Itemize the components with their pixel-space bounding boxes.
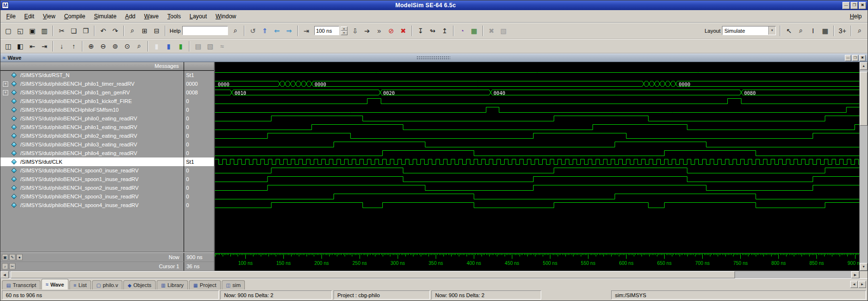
delete-icon[interactable]: ✖ <box>486 25 497 37</box>
signal-row[interactable]: /SIMSYS/dut/philoBENCH_spoon0_inuse_read… <box>0 166 214 175</box>
tab-project[interactable]: ▦Project <box>189 280 221 289</box>
find-icon[interactable]: ⌕ <box>127 25 138 37</box>
three-plus-icon[interactable]: 3+ <box>837 25 848 37</box>
zoom-cursor-icon[interactable]: ⊙ <box>121 40 133 52</box>
help-search-input[interactable] <box>182 26 228 35</box>
environment-forward-icon[interactable]: ⇒ <box>283 25 295 37</box>
select-mode-icon[interactable]: ↖ <box>783 25 795 37</box>
signal-row[interactable]: /SIMSYS/dut/philoBENCH_philo3_eating_rea… <box>0 140 214 149</box>
drag-handle-icon[interactable] <box>416 56 450 60</box>
zoom-help-icon[interactable]: ⌕ <box>854 25 866 37</box>
wave-compare-icon[interactable]: ≈ <box>216 40 228 52</box>
wave-minimize-button[interactable]: — <box>845 55 851 61</box>
step-over-icon[interactable]: ↬ <box>427 25 439 37</box>
tab-scroll-right-icon[interactable]: ▶ <box>858 281 866 288</box>
save-icon[interactable]: ▣ <box>27 25 38 37</box>
environment-up-icon[interactable]: ⇑ <box>259 25 271 37</box>
menu-file[interactable]: File <box>2 11 20 22</box>
menu-help[interactable]: Help <box>845 11 866 22</box>
wave-sort-icon[interactable]: ▤ <box>192 40 204 52</box>
close-button[interactable]: ✖ <box>859 2 866 9</box>
vertical-scroll-thumb[interactable] <box>860 72 868 126</box>
menu-simulate[interactable]: Simulate <box>90 11 121 22</box>
wave-display-white-icon[interactable]: ▮ <box>151 40 162 52</box>
scroll-left-icon[interactable]: ◀ <box>0 271 9 278</box>
menu-layout[interactable]: Layout <box>185 11 211 22</box>
wave-panel-titlebar[interactable]: ≈ Wave — ❐ ✖ <box>0 53 868 62</box>
zoom-in-icon[interactable]: ⊕ <box>85 40 97 52</box>
waveform-canvas[interactable] <box>215 62 859 252</box>
menu-add[interactable]: Add <box>121 11 140 22</box>
signal-row[interactable]: /SIMSYS/dut/philoBENCH_philo2_eating_rea… <box>0 131 214 140</box>
signal-row[interactable]: /SIMSYS/dut/philoBENCH_spoon3_inuse_read… <box>0 192 214 201</box>
previous-transition-icon[interactable]: ⇤ <box>27 40 38 52</box>
waveform-display[interactable] <box>215 62 859 252</box>
environment-back-icon[interactable]: ⇐ <box>271 25 283 37</box>
run-icon[interactable]: ⇩ <box>349 25 361 37</box>
expand-icon[interactable]: + <box>3 90 8 95</box>
menu-wave[interactable]: Wave <box>140 11 163 22</box>
layout-combobox[interactable]: Simulate▼ <box>722 26 776 35</box>
signal-row[interactable]: /SIMSYS/dut/philoBENCH_spoon4_inuse_read… <box>0 201 214 209</box>
tab-philo-v[interactable]: ▢philo.v <box>92 280 122 289</box>
profile-icon[interactable]: ◔ <box>456 25 468 37</box>
scroll-down-icon[interactable]: ▼ <box>860 263 868 271</box>
next-transition-icon[interactable]: ⇥ <box>39 40 50 52</box>
wave-display-blue-icon[interactable]: ▮ <box>163 40 174 52</box>
time-spin-up-icon[interactable]: ▲ <box>341 26 347 31</box>
step-into-icon[interactable]: ↧ <box>415 25 427 37</box>
run-all-icon[interactable]: » <box>374 25 385 37</box>
signal-row[interactable]: /SIMSYS/dut/philoBENCHphiloFSMfsm100 <box>0 105 214 114</box>
maximize-button[interactable]: ❐ <box>851 2 858 9</box>
memory-profile-icon[interactable]: ▦ <box>468 25 480 37</box>
wave-restore-button[interactable]: ❐ <box>852 55 858 61</box>
tab-objects[interactable]: ◆Objects <box>123 280 156 289</box>
zoom-here-icon[interactable]: ⌕ <box>2 263 8 269</box>
signal-row[interactable]: /SIMSYS/dut/philoBENCH_spoon2_inuse_read… <box>0 183 214 192</box>
title-bar[interactable]: M ModelSim SE-64 6.5c — ❐ ✖ <box>0 0 868 10</box>
timeline-canvas[interactable] <box>215 253 859 271</box>
scroll-up-icon[interactable]: ▲ <box>860 62 868 70</box>
signal-row[interactable]: /SIMSYS/dut/RST_NSt1 <box>0 71 214 79</box>
tab-library[interactable]: ▥Library <box>157 280 188 289</box>
new-file-icon[interactable]: ▢ <box>2 25 14 37</box>
cursor-add-icon[interactable]: ● <box>16 254 23 260</box>
print-icon[interactable]: ▥ <box>39 25 50 37</box>
vertical-scrollbar[interactable]: ▲ ▼ <box>859 62 868 271</box>
horizontal-scroll-thumb[interactable] <box>11 271 735 278</box>
menu-tools[interactable]: Tools <box>163 11 185 22</box>
signal-row[interactable]: /SIMSYS/dut/philoBENCH_spoon1_inuse_read… <box>0 175 214 183</box>
signal-row[interactable]: /SIMSYS/dut/philoBENCH_philo1_eating_rea… <box>0 123 214 131</box>
next-rising-edge-icon[interactable]: ↑ <box>68 40 80 52</box>
vertical-scroll-track[interactable] <box>860 70 868 263</box>
horizontal-scrollbar[interactable]: ◀ ▶ <box>0 271 868 278</box>
minimize-button[interactable]: — <box>842 2 850 9</box>
expand-all-icon[interactable]: ⊞ <box>139 25 150 37</box>
open-file-icon[interactable]: ◱ <box>14 25 26 37</box>
menu-window[interactable]: Window <box>211 11 240 22</box>
tab-list[interactable]: ≡List <box>69 280 91 289</box>
continue-run-icon[interactable]: ➔ <box>361 25 373 37</box>
cursor-row[interactable]: ⌕✂ Cursor 1 36 ns <box>0 262 214 271</box>
step-out-icon[interactable]: ↥ <box>439 25 451 37</box>
zoom-range-icon[interactable]: ⌕ <box>134 40 145 52</box>
signal-row[interactable]: /SIMSYS/dut/philoBENCH_philo0_eating_rea… <box>0 114 214 123</box>
signal-row[interactable]: /SIMSYS/dut/philoBENCH_philo1_kickoff_FI… <box>0 97 214 105</box>
edit-mode-icon[interactable]: I <box>807 25 819 37</box>
paste-icon[interactable]: ❐ <box>80 25 92 37</box>
messages-header[interactable]: Messages <box>0 62 214 71</box>
signal-row[interactable]: +/SIMSYS/dut/philoBENCH_philo1_timer_rea… <box>0 79 214 88</box>
wave-display-green-icon[interactable]: ▮ <box>175 40 187 52</box>
expand-icon[interactable]: + <box>3 81 8 87</box>
wave-close-button[interactable]: ✖ <box>859 55 866 61</box>
scroll-right-icon[interactable]: ▶ <box>851 271 859 278</box>
signal-row[interactable]: /SIMSYS/dut/CLKSt1 <box>0 157 214 166</box>
redo-icon[interactable]: ↷ <box>109 25 121 37</box>
previous-falling-edge-icon[interactable]: ↓ <box>56 40 67 52</box>
tab-scroll-left-icon[interactable]: ◀ <box>850 281 858 288</box>
time-spin-down-icon[interactable]: ▼ <box>341 31 347 35</box>
stop-icon[interactable]: ✖ <box>398 25 409 37</box>
tab-sim[interactable]: ◫sim <box>222 280 245 289</box>
menu-edit[interactable]: Edit <box>20 11 39 22</box>
pattern-icon[interactable]: ▧ <box>498 25 509 37</box>
